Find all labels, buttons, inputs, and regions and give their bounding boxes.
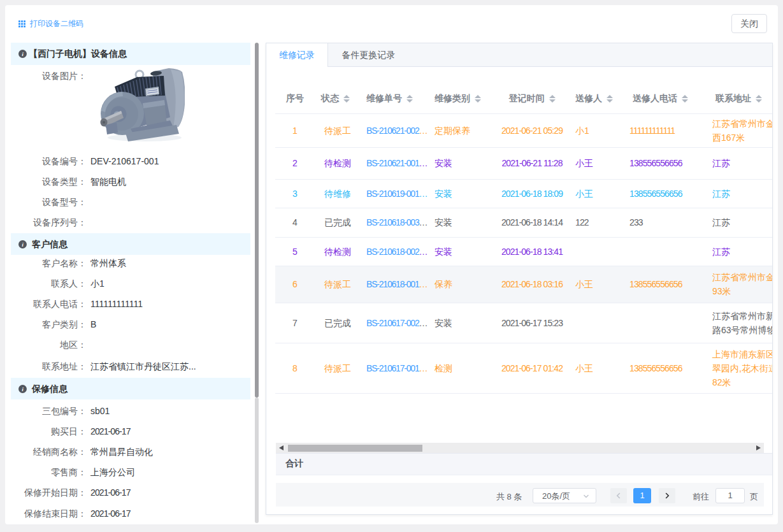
- svg-text:i: i: [22, 51, 24, 57]
- svg-text:i: i: [22, 386, 24, 392]
- svg-text:i: i: [22, 241, 24, 248]
